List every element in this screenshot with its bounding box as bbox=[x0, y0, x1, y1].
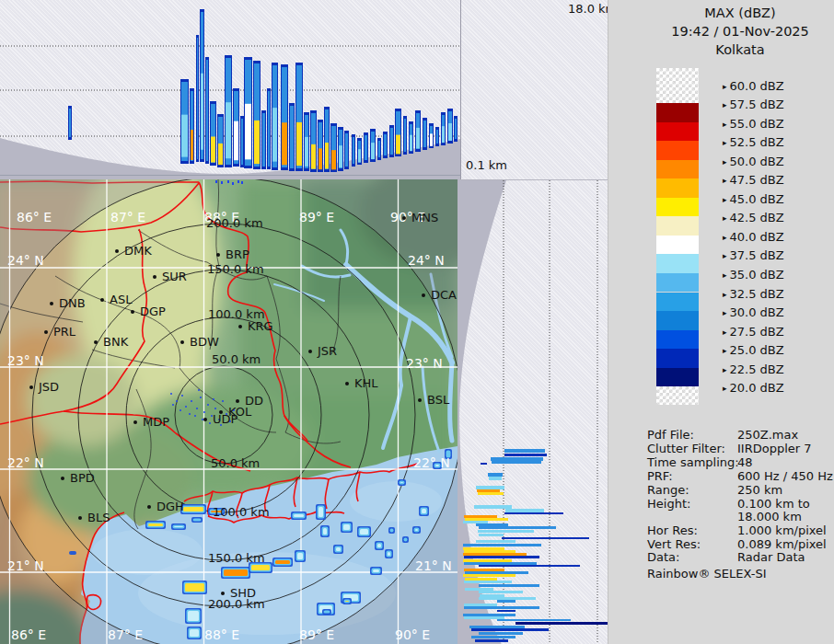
radar-display-window: 18.0 km 0.1 km 86° E86° E87° E87° E88° E… bbox=[0, 0, 834, 644]
dbz-scale-label: ▸25.0 dBZ bbox=[723, 343, 784, 357]
city-label: MDP bbox=[143, 415, 169, 429]
scale-tick-arrow-icon: ▸ bbox=[723, 251, 727, 260]
range-ring-label: 150.0 km bbox=[207, 262, 264, 276]
dbz-scale-label: ▸55.0 dBZ bbox=[723, 117, 784, 131]
product-timestamp: 19:42 / 01-Nov-2025 bbox=[608, 24, 834, 39]
range-ring-label: 150.0 km bbox=[208, 551, 265, 565]
scale-tick-arrow-icon: ▸ bbox=[723, 346, 727, 355]
scale-tick-arrow-icon: ▸ bbox=[723, 82, 727, 91]
city-label: DGP bbox=[140, 305, 166, 318]
city-label: MNS bbox=[411, 211, 438, 224]
city-label: ASL bbox=[110, 293, 133, 306]
scale-tick-arrow-icon: ▸ bbox=[723, 233, 727, 242]
software-brand: Rainbow® SELEX-SI bbox=[647, 567, 767, 581]
dbz-scale-cell bbox=[656, 141, 699, 160]
range-ring-label: 50.0 km bbox=[212, 352, 261, 366]
city-label: JSD bbox=[38, 380, 59, 394]
latitude-label: 22° N bbox=[7, 455, 44, 470]
legend-column: MAX (dBZ) 19:42 / 01-Nov-2025 Kolkata ▸6… bbox=[608, 0, 834, 644]
longitude-label: 89° E bbox=[299, 627, 334, 642]
metadata-label: Clutter Filter: bbox=[647, 442, 725, 455]
dbz-scale-cell bbox=[656, 236, 699, 255]
city-label: DNB bbox=[59, 296, 86, 310]
dbz-scale-cell bbox=[656, 254, 699, 273]
dbz-scale-label: ▸60.0 dBZ bbox=[723, 79, 784, 93]
scale-tick-arrow-icon: ▸ bbox=[723, 308, 727, 317]
scale-tick-arrow-icon: ▸ bbox=[723, 195, 727, 204]
scale-tick-arrow-icon: ▸ bbox=[723, 213, 727, 223]
scale-tick-arrow-icon: ▸ bbox=[723, 100, 727, 109]
metadata-value: 48 bbox=[737, 455, 753, 469]
dbz-scale-cell bbox=[656, 273, 699, 293]
city-label: DMK bbox=[124, 244, 152, 258]
dbz-scale-label: ▸30.0 dBZ bbox=[723, 305, 784, 319]
city-label: DCA bbox=[431, 288, 457, 302]
dbz-scale-label: ▸35.0 dBZ bbox=[723, 268, 784, 282]
scale-tick-arrow-icon: ▸ bbox=[723, 176, 727, 185]
city-label: BRP bbox=[226, 247, 249, 261]
latitude-label: 22° N bbox=[413, 455, 450, 470]
longitude-label: 86° E bbox=[17, 210, 52, 224]
metadata-label: Hor Res: bbox=[647, 523, 698, 537]
metadata-label: Range: bbox=[647, 483, 689, 497]
metadata-value: 600 Hz / 450 Hz bbox=[737, 469, 833, 483]
city-label: BSL bbox=[427, 393, 450, 407]
top-projection-plot bbox=[0, 0, 460, 179]
scale-tick-arrow-icon: ▸ bbox=[723, 270, 727, 280]
dbz-scale-cell bbox=[656, 349, 699, 368]
dbz-scale-cell bbox=[656, 368, 699, 387]
scale-tick-arrow-icon: ▸ bbox=[723, 365, 727, 374]
dbz-scale-cell bbox=[656, 311, 699, 330]
radar-map: 86° E86° E87° E87° E88° E88° E89° E89° E… bbox=[0, 179, 458, 644]
product-title: MAX (dBZ) bbox=[608, 6, 834, 20]
map-panel: 86° E86° E87° E87° E88° E88° E89° E89° E… bbox=[0, 179, 458, 644]
metadata-label: Pdf File: bbox=[647, 428, 694, 442]
metadata-value: 0.100 km to bbox=[737, 497, 810, 511]
range-ring-label: 50.0 km bbox=[211, 456, 260, 470]
side-projection-plot bbox=[458, 180, 608, 644]
vertical-projection-side-panel bbox=[458, 179, 608, 644]
metadata-label: Height: bbox=[647, 497, 690, 511]
dbz-color-scale bbox=[656, 68, 699, 406]
latitude-label: 24° N bbox=[7, 253, 44, 268]
city-label: SHD bbox=[230, 586, 256, 600]
metadata-label: Vert Res: bbox=[647, 537, 701, 551]
dbz-scale-cell bbox=[656, 216, 699, 236]
height-axis-strip bbox=[461, 0, 608, 179]
dbz-scale-cell bbox=[656, 103, 699, 122]
dbz-scale-label: ▸45.0 dBZ bbox=[723, 192, 784, 206]
dbz-scale-label: ▸50.0 dBZ bbox=[723, 155, 784, 168]
dbz-scale-cell bbox=[656, 330, 699, 350]
latitude-label: 21° N bbox=[7, 558, 44, 573]
scale-tick-arrow-icon: ▸ bbox=[723, 384, 727, 393]
height-axis-min-label: 0.1 km bbox=[466, 158, 507, 172]
dbz-scale-cell bbox=[656, 386, 699, 405]
dbz-scale-label: ▸57.5 dBZ bbox=[723, 98, 784, 111]
latitude-label: 21° N bbox=[415, 558, 452, 573]
city-label: BPD bbox=[70, 471, 95, 485]
dbz-scale-cell bbox=[656, 68, 699, 103]
scale-tick-arrow-icon: ▸ bbox=[723, 120, 727, 129]
dbz-scale-label: ▸47.5 dBZ bbox=[723, 173, 784, 187]
metadata-value: 1.000 km/pixel bbox=[737, 523, 827, 537]
metadata-value: 0.089 km/pixel bbox=[737, 537, 827, 551]
scale-tick-arrow-icon: ▸ bbox=[723, 138, 727, 147]
range-ring-label: 200.0 km bbox=[206, 216, 263, 230]
latitude-label: 23° N bbox=[406, 356, 443, 371]
city-label: SUR bbox=[162, 270, 187, 283]
scale-tick-arrow-icon: ▸ bbox=[723, 328, 727, 337]
dbz-scale-cell bbox=[656, 293, 699, 312]
dbz-scale-label: ▸20.0 dBZ bbox=[723, 381, 784, 395]
city-label: BDW bbox=[190, 335, 219, 349]
radar-site-name: Kolkata bbox=[608, 42, 834, 57]
longitude-label: 90° E bbox=[395, 627, 430, 642]
dbz-scale-label: ▸37.5 dBZ bbox=[723, 248, 784, 262]
dbz-scale-label: ▸32.5 dBZ bbox=[723, 287, 784, 301]
city-label: KHL bbox=[354, 376, 378, 390]
dbz-scale-cell bbox=[656, 198, 699, 217]
metadata-value: 250Z.max bbox=[737, 428, 798, 442]
longitude-label: 87° E bbox=[110, 210, 145, 224]
metadata-value: 18.000 km bbox=[737, 510, 802, 523]
range-ring-label: 100.0 km bbox=[213, 505, 270, 519]
city-label: DGH bbox=[156, 500, 184, 513]
